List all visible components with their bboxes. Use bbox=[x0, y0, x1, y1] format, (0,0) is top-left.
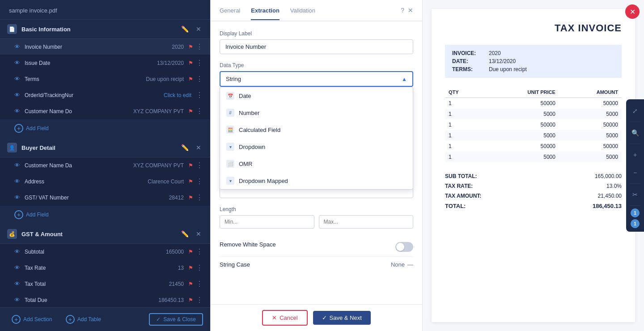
top-close-button[interactable]: ✕ bbox=[625, 4, 640, 19]
field-orderid[interactable]: 👁 OrderId/TrackingNur Click to edit ⋮ bbox=[0, 87, 210, 103]
table-cell-unit-price: 50000 bbox=[483, 141, 559, 152]
expand-button[interactable]: ⤢ bbox=[626, 103, 644, 119]
cancel-button[interactable]: ✕ Cancel bbox=[262, 310, 307, 326]
basic-info-actions: ✏️ ✕ bbox=[179, 25, 203, 34]
field-issue-date[interactable]: 👁 Issue Date 13/12/2020 ⚑ ⋮ bbox=[0, 55, 210, 71]
field-more-icon[interactable]: ⋮ bbox=[196, 161, 203, 170]
buyer-detail-edit-button[interactable]: ✏️ bbox=[179, 143, 191, 152]
field-terms[interactable]: 👁 Terms Due upon recipt ⚑ ⋮ bbox=[0, 71, 210, 87]
dropdown-item-omr[interactable]: ⬜ OMR bbox=[220, 155, 413, 172]
right-toolbar: ⤢ 🔍 + − ✂ 1 1 bbox=[626, 99, 644, 232]
buyer-detail-close-button[interactable]: ✕ bbox=[194, 143, 203, 152]
string-case-value[interactable]: None — bbox=[391, 261, 413, 268]
zoom-in-button[interactable]: + bbox=[626, 147, 644, 163]
help-button[interactable]: ? bbox=[401, 7, 404, 14]
plus-circle-icon: + bbox=[12, 315, 21, 324]
dialog-close-button[interactable]: ✕ bbox=[408, 7, 413, 14]
field-eye-icon: 👁 bbox=[14, 43, 20, 50]
length-max-input[interactable] bbox=[319, 215, 414, 229]
field-address[interactable]: 👁 Address Clarence Court ⚑ ⋮ bbox=[0, 174, 210, 190]
invoice-meta-row-0: INVOICE: 2020 bbox=[452, 50, 614, 56]
dropdown-item-calculated[interactable]: 🧮 Calculated Field bbox=[220, 121, 413, 138]
data-type-select[interactable]: String ▲ bbox=[220, 71, 413, 87]
field-more-icon[interactable]: ⋮ bbox=[196, 296, 203, 304]
field-more-icon[interactable]: ⋮ bbox=[196, 42, 203, 51]
display-label-input[interactable] bbox=[220, 39, 413, 54]
left-panel: sample invoice.pdf 📄 Basic Information ✏… bbox=[0, 0, 210, 331]
file-name: sample invoice.pdf bbox=[0, 0, 210, 20]
tab-general[interactable]: General bbox=[220, 2, 240, 20]
dropdown-item-dropdown[interactable]: ▾ Dropdown bbox=[220, 138, 413, 155]
field-value-label: Clarence Court bbox=[148, 178, 184, 185]
field-more-icon[interactable]: ⋮ bbox=[196, 247, 203, 256]
meta-key-1: DATE: bbox=[452, 58, 483, 64]
tab-actions: ? ✕ bbox=[401, 7, 413, 14]
length-min-input[interactable] bbox=[220, 215, 314, 229]
table-row: 1 50000 50000 bbox=[445, 119, 622, 130]
field-customer-name[interactable]: 👁 Customer Name Do XYZ COMPANY PVT ⚑ ⋮ bbox=[0, 103, 210, 119]
buyer-detail-add-field-button[interactable]: + Add Field bbox=[0, 207, 56, 223]
field-more-icon[interactable]: ⋮ bbox=[196, 91, 203, 99]
sections-list: 📄 Basic Information ✏️ ✕ 👁 Invoice Numbe… bbox=[0, 20, 210, 331]
table-cell-amount: 5000 bbox=[559, 130, 622, 141]
buyer-detail-actions: ✏️ ✕ bbox=[179, 143, 203, 152]
length-row: Length bbox=[220, 206, 413, 229]
basic-info-add-field-button[interactable]: + Add Field bbox=[0, 120, 56, 136]
field-tax-rate[interactable]: 👁 Tax Rate 13 ⚑ ⋮ bbox=[0, 260, 210, 276]
table-cell-qty: 1 bbox=[445, 141, 483, 152]
field-tax-total[interactable]: 👁 Tax Total 21450 ⚑ ⋮ bbox=[0, 276, 210, 292]
field-customer-name-da[interactable]: 👁 Customer Name Da XYZ COMPANY PVT ⚑ ⋮ bbox=[0, 157, 210, 174]
col-header-unit-price: UNIT PRICE bbox=[483, 87, 559, 98]
dropdown-item-number[interactable]: # Number bbox=[220, 104, 413, 121]
basic-info-close-button[interactable]: ✕ bbox=[194, 25, 203, 34]
field-invoice-number[interactable]: 👁 Invoice Number 2020 ⚑ ⋮ bbox=[0, 39, 210, 55]
field-name-label: Total Due bbox=[25, 297, 158, 303]
field-more-icon[interactable]: ⋮ bbox=[196, 75, 203, 83]
save-next-label: Save & Next bbox=[330, 314, 362, 321]
cut-button[interactable]: ✂ bbox=[626, 187, 644, 203]
dropdown-item-dropdown-mapped[interactable]: ▾ Dropdown Mapped bbox=[220, 172, 413, 189]
invoice-paper: TAX INVOICE INVOICE: 2020 DATE: 13/12/20… bbox=[432, 9, 635, 322]
omr-icon: ⬜ bbox=[226, 160, 234, 168]
field-more-icon[interactable]: ⋮ bbox=[196, 177, 203, 186]
field-more-icon[interactable]: ⋮ bbox=[196, 107, 203, 115]
data-type-label: Data Type bbox=[220, 62, 413, 68]
field-flag-icon: ⚑ bbox=[188, 265, 193, 271]
field-value-label: 13/12/2020 bbox=[157, 60, 184, 66]
field-value-label: 165000 bbox=[166, 249, 184, 255]
zoom-out-button[interactable]: − bbox=[626, 165, 644, 181]
field-eye-icon: 👁 bbox=[14, 297, 20, 303]
add-section-label: Add Section bbox=[23, 316, 52, 323]
field-more-icon[interactable]: ⋮ bbox=[196, 280, 203, 288]
save-next-check-icon: ✓ bbox=[322, 314, 327, 321]
tab-extraction[interactable]: Extraction bbox=[251, 2, 280, 20]
field-flag-icon: ⚑ bbox=[188, 162, 193, 169]
add-section-button[interactable]: + Add Section bbox=[7, 312, 57, 327]
total-row-taxamount: TAX AMOUNT: 21,450.00 bbox=[445, 191, 622, 201]
table-cell-amount: 5000 bbox=[559, 152, 622, 162]
gst-amount-title: GST & Amount bbox=[21, 231, 179, 238]
remove-whitespace-toggle[interactable] bbox=[395, 242, 413, 252]
meta-val-0: 2020 bbox=[489, 50, 501, 56]
total-row-taxrate: TAX RATE: 13.0% bbox=[445, 181, 622, 191]
buyer-detail-header: 👤 Buyer Detail ✏️ ✕ bbox=[0, 138, 210, 157]
add-table-button[interactable]: + Add Table bbox=[61, 312, 106, 327]
basic-info-edit-button[interactable]: ✏️ bbox=[179, 25, 191, 34]
gst-amount-close-button[interactable]: ✕ bbox=[194, 229, 203, 238]
field-more-icon[interactable]: ⋮ bbox=[196, 193, 203, 202]
field-subtotal[interactable]: 👁 Subtotal 165000 ⚑ ⋮ bbox=[0, 244, 210, 260]
field-gst-vat[interactable]: 👁 GST/ VAT Number 28412 ⚑ ⋮ bbox=[0, 190, 210, 206]
search-button[interactable]: 🔍 bbox=[626, 125, 644, 141]
field-total-due[interactable]: 👁 Total Due 186450.13 ⚑ ⋮ bbox=[0, 292, 210, 308]
save-next-button[interactable]: ✓ Save & Next bbox=[313, 311, 371, 325]
gst-amount-edit-button[interactable]: ✏️ bbox=[179, 229, 191, 238]
table-cell-unit-price: 5000 bbox=[483, 130, 559, 141]
field-more-icon[interactable]: ⋮ bbox=[196, 59, 203, 67]
dropdown-item-date[interactable]: 📅 Date bbox=[220, 87, 413, 104]
save-close-button[interactable]: ✓ Save & Close bbox=[149, 313, 203, 326]
field-more-icon[interactable]: ⋮ bbox=[196, 263, 203, 272]
field-name-label: Terms bbox=[25, 76, 146, 82]
field-name-label: Invoice Number bbox=[25, 44, 172, 50]
add-field-label: Add Field bbox=[26, 212, 49, 218]
tab-validation[interactable]: Validation bbox=[290, 2, 315, 20]
